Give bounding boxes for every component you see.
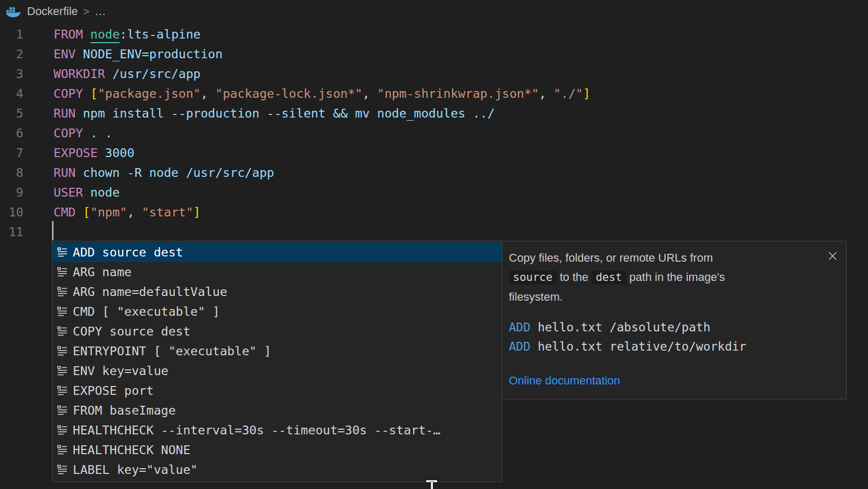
- code-line[interactable]: [54, 222, 590, 242]
- suggestion-arg-name[interactable]: ARG name: [52, 262, 502, 282]
- line-number: 1: [0, 24, 23, 44]
- code-line[interactable]: COPY . .: [54, 123, 590, 143]
- code-token: npm install --production --silent && mv …: [83, 106, 495, 121]
- code-line[interactable]: WORKDIR /usr/src/app: [54, 64, 590, 84]
- code-area[interactable]: FROM node:lts-alpine ENV NODE_ENV=produc…: [54, 24, 590, 242]
- docs-text: filesystem.: [509, 290, 563, 303]
- close-icon[interactable]: [826, 250, 839, 262]
- code-line[interactable]: FROM node:lts-alpine: [54, 24, 590, 44]
- code-token: :lts-alpine: [120, 27, 201, 42]
- code-token: 3000: [105, 146, 135, 160]
- docs-description-line: filesystem.: [509, 287, 823, 306]
- code-token: chown -R node /usr/src/app: [83, 165, 274, 180]
- line-number: 5: [0, 104, 23, 123]
- keyword-token: RUN: [54, 165, 83, 180]
- online-documentation-link[interactable]: Online documentation: [509, 371, 620, 390]
- snippet-icon: [57, 346, 68, 356]
- string-token: "package.json": [98, 86, 201, 101]
- inline-code-dest: dest: [591, 271, 626, 285]
- suggestion-copy[interactable]: COPY source dest: [52, 321, 502, 341]
- suggestion-label: LABEL key="value": [73, 462, 198, 477]
- keyword-token: USER: [54, 185, 90, 200]
- docs-code-text: hello.txt relative/to/workdir: [531, 340, 746, 353]
- suggestion-label: CMD [ "executable" ]: [73, 304, 220, 319]
- keyword-token: CMD: [54, 205, 83, 220]
- suggestion-from[interactable]: FROM baseImage: [52, 401, 502, 420]
- code-token: . .: [90, 126, 112, 140]
- keyword-token: ENV: [54, 47, 83, 61]
- string-token: "./": [554, 86, 583, 101]
- string-token: "npm-shrinkwrap.json*": [377, 86, 539, 101]
- line-number: 10: [0, 202, 23, 222]
- code-line[interactable]: COPY ["package.json", "package-lock.json…: [54, 84, 590, 104]
- suggest-docs-panel: Copy files, folders, or remote URLs from…: [502, 241, 847, 400]
- snippet-icon: [57, 425, 68, 435]
- suggest-widget: ADD source dest ARG name ARG name=defaul…: [52, 241, 502, 482]
- suggestion-healthcheck-options[interactable]: HEALTHCHECK --interval=30s --timeout=30s…: [52, 420, 502, 440]
- docs-description-line: Copy files, folders, or remote URLs from: [509, 248, 823, 267]
- code-line[interactable]: EXPOSE 3000: [54, 143, 590, 163]
- docker-whale-icon: [5, 5, 21, 18]
- string-token: "start": [142, 205, 193, 220]
- snippet-icon: [57, 385, 68, 396]
- punct-token: ,: [362, 86, 377, 101]
- punct-token: ,: [539, 86, 554, 101]
- docs-text: Copy files, folders, or remote URLs from: [509, 251, 713, 264]
- text-caret: [52, 221, 54, 240]
- code-token: NODE_ENV=production: [83, 47, 223, 61]
- snippet-icon: [57, 267, 68, 277]
- code-line[interactable]: USER node: [54, 183, 590, 202]
- suggestion-label-instr[interactable]: LABEL key="value": [52, 460, 502, 480]
- line-number: 9: [0, 183, 23, 202]
- breadcrumb-file[interactable]: Dockerfile: [27, 5, 78, 18]
- code-line[interactable]: RUN chown -R node /usr/src/app: [54, 163, 590, 183]
- snippet-icon: [57, 247, 68, 258]
- bracket-token: ]: [583, 86, 590, 101]
- docs-text: path in the image's: [626, 271, 725, 284]
- snippet-icon: [57, 445, 68, 455]
- suggestion-entrypoint[interactable]: ENTRYPOINT [ "executable" ]: [52, 341, 502, 361]
- line-number: 4: [0, 84, 23, 104]
- docs-code-line: ADD hello.txt /absolute/path: [509, 318, 823, 337]
- code-token: /usr/src/app: [112, 67, 201, 81]
- snippet-icon: [57, 306, 68, 317]
- keyword-token: COPY: [54, 86, 90, 101]
- suggestion-label: ADD source dest: [73, 245, 183, 260]
- snippet-icon: [57, 405, 68, 416]
- suggestion-label: ARG name=defaultValue: [73, 285, 227, 299]
- keyword-token: COPY: [54, 126, 90, 140]
- line-number-gutter: 1 2 3 4 5 6 7 8 9 10 11: [0, 24, 23, 242]
- breadcrumb-ellipsis[interactable]: …: [95, 5, 106, 18]
- code-line[interactable]: RUN npm install --production --silent &&…: [54, 104, 590, 123]
- docs-code-line: ADD hello.txt relative/to/workdir: [509, 337, 823, 356]
- inline-code-source: source: [509, 271, 557, 285]
- mouse-ibeam-cursor: [426, 480, 437, 489]
- keyword-token: FROM: [54, 27, 90, 42]
- add-keyword: ADD: [509, 340, 531, 353]
- suggestion-label: HEALTHCHECK NONE: [73, 443, 190, 457]
- snippet-icon: [57, 366, 68, 376]
- suggestion-env[interactable]: ENV key=value: [52, 361, 502, 381]
- suggestion-healthcheck-none[interactable]: HEALTHCHECK NONE: [52, 440, 502, 460]
- snippet-icon: [57, 465, 68, 475]
- line-number: 11: [0, 222, 23, 242]
- line-number: 2: [0, 44, 23, 64]
- breadcrumb: Dockerfile > …: [5, 4, 106, 19]
- suggestion-expose[interactable]: EXPOSE port: [52, 381, 502, 401]
- suggestion-label: COPY source dest: [73, 324, 190, 339]
- code-line[interactable]: CMD ["npm", "start"]: [54, 202, 590, 222]
- suggestion-cmd[interactable]: CMD [ "executable" ]: [52, 302, 502, 321]
- keyword-token: WORKDIR: [54, 67, 112, 81]
- line-number: 6: [0, 123, 23, 143]
- editor-screen: Dockerfile > … 1 2 3 4 5 6 7 8 9 10 11 F…: [0, 0, 868, 489]
- punct-token: ,: [201, 86, 215, 101]
- punct-token: ,: [127, 205, 142, 220]
- suggestion-label: HEALTHCHECK --interval=30s --timeout=30s…: [73, 423, 440, 437]
- snippet-icon: [57, 287, 68, 297]
- string-token: "package-lock.json*": [215, 86, 362, 101]
- docs-code-examples: ADD hello.txt /absolute/path ADD hello.t…: [509, 318, 823, 356]
- base-image-link[interactable]: node: [90, 27, 120, 43]
- suggestion-add[interactable]: ADD source dest: [52, 242, 502, 262]
- suggestion-arg-default[interactable]: ARG name=defaultValue: [52, 282, 502, 302]
- code-line[interactable]: ENV NODE_ENV=production: [54, 44, 590, 64]
